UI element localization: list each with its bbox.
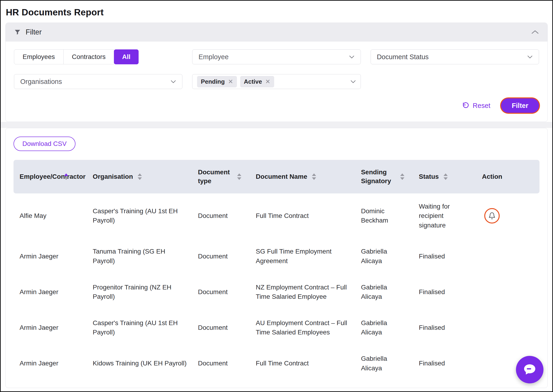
cell-status: Finalised	[419, 360, 445, 367]
chevron-down-icon	[350, 80, 356, 84]
cell-sending-signatory: Dominic Beckham	[361, 207, 388, 224]
cell-document-type: Document	[198, 324, 228, 331]
cell-document-type: Document	[198, 212, 228, 219]
cell-sending-signatory: Gabriella Alicaya	[361, 319, 387, 336]
cell-sending-signatory: Gabriella Alicaya	[361, 284, 387, 301]
employee-select[interactable]: Employee	[192, 49, 361, 64]
cell-document-name: Full Time Contract	[256, 360, 309, 367]
document-status-select[interactable]: Document Status	[371, 49, 539, 64]
tag-pending: Pending ✕	[197, 76, 237, 87]
cell-organisation: Kidows Training (UK EH Payroll)	[93, 360, 187, 367]
cell-document-type: Document	[198, 360, 228, 367]
cell-organisation: Progenitor Training (NZ EH Payroll)	[93, 284, 172, 301]
table-row: Alfie May Casper's Training (AU 1st EH P…	[14, 193, 539, 239]
title-bar: HR Documents Report	[1, 1, 552, 23]
cell-sending-signatory: Gabriella Alicaya	[361, 355, 387, 372]
chat-launcher-button[interactable]	[516, 356, 543, 383]
segment-contractors[interactable]: Contractors	[63, 49, 114, 64]
column-header-organisation[interactable]: Organisation	[87, 160, 192, 193]
column-header-status[interactable]: Status	[413, 160, 476, 193]
documents-table: Employee/Contractor Organisation Documen…	[14, 160, 539, 381]
cell-document-name: Full Time Contract	[256, 212, 309, 219]
cell-document-name: SG Full Time Employment Agreement	[256, 248, 332, 265]
cell-sending-signatory: Gabriella Alicaya	[361, 248, 387, 265]
cell-organisation: Casper's Training (AU 1st EH Payroll)	[93, 319, 178, 336]
cell-status: Finalised	[419, 253, 445, 260]
bell-icon	[488, 212, 496, 220]
chevron-down-icon	[527, 55, 533, 59]
chat-icon	[523, 362, 537, 377]
sort-icon[interactable]	[312, 173, 316, 180]
cell-status: Finalised	[419, 288, 445, 295]
sort-icon[interactable]	[400, 173, 404, 180]
cell-status: Finalised	[419, 324, 445, 331]
employee-select-placeholder: Employee	[199, 53, 228, 61]
cell-organisation: Tanuma Training (SG EH Payroll)	[93, 248, 165, 265]
cell-document-name: NZ Employment Contract – Full Time Salar…	[256, 284, 347, 301]
download-csv-button[interactable]: Download CSV	[14, 137, 76, 151]
cell-employee: Armin Jaeger	[20, 360, 58, 367]
section-divider	[1, 122, 552, 128]
table-row: Armin Jaeger Tanuma Training (SG EH Payr…	[14, 238, 539, 274]
sort-icon[interactable]	[138, 173, 142, 180]
table-row: Armin Jaeger Progenitor Training (NZ EH …	[14, 274, 539, 310]
filter-panel: Filter Employees Contractors All Employe…	[5, 23, 548, 122]
remove-tag-icon[interactable]: ✕	[265, 78, 270, 84]
cell-document-type: Document	[198, 253, 228, 260]
cell-employee: Armin Jaeger	[20, 288, 58, 295]
cell-employee: Armin Jaeger	[20, 324, 58, 331]
collapse-chevron-icon[interactable]	[531, 30, 539, 35]
table-row: Armin Jaeger Kidows Training (UK EH Payr…	[14, 346, 539, 381]
tag-label: Pending	[201, 78, 225, 85]
cell-employee: Armin Jaeger	[20, 253, 58, 260]
segment-all[interactable]: All	[114, 49, 138, 64]
chevron-down-icon	[171, 80, 176, 84]
page-title: HR Documents Report	[6, 7, 547, 17]
column-header-document-name[interactable]: Document Name	[250, 160, 355, 193]
organisations-placeholder: Organisations	[20, 78, 62, 85]
cell-employee: Alfie May	[20, 212, 46, 219]
column-header-employee[interactable]: Employee/Contractor	[14, 160, 87, 193]
notify-bell-button[interactable]	[484, 208, 500, 224]
table-row: Armin Jaeger Casper's Training (AU 1st E…	[14, 310, 539, 346]
document-status-placeholder: Document Status	[377, 53, 429, 61]
reset-icon	[462, 102, 469, 109]
column-header-sending-signatory[interactable]: Sending Signatory	[355, 160, 413, 193]
filter-panel-body: Employees Contractors All Employee Docum…	[6, 42, 547, 122]
segmented-control: Employees Contractors All	[14, 49, 182, 64]
column-header-action: Action	[476, 160, 539, 193]
documents-report-card: Download CSV Employee/Contractor Organis…	[5, 128, 548, 388]
column-header-document-type[interactable]: Document type	[192, 160, 250, 193]
reset-button[interactable]: Reset	[462, 102, 490, 110]
status-multiselect[interactable]: Pending ✕ Active ✕	[192, 74, 361, 89]
sort-icon[interactable]	[443, 173, 448, 180]
cell-status: Waiting for recipient signature	[419, 203, 450, 229]
filter-panel-header[interactable]: Filter	[6, 23, 547, 42]
funnel-filter-icon	[14, 29, 21, 36]
sort-icon[interactable]	[237, 173, 241, 180]
filter-submit-button[interactable]: Filter	[501, 98, 539, 113]
filter-panel-title: Filter	[26, 28, 42, 36]
chevron-down-icon	[349, 55, 354, 59]
remove-tag-icon[interactable]: ✕	[228, 78, 233, 84]
cell-document-type: Document	[198, 288, 228, 295]
table-header-row: Employee/Contractor Organisation Documen…	[14, 160, 539, 193]
organisations-select[interactable]: Organisations	[14, 74, 182, 89]
reset-label: Reset	[473, 102, 490, 110]
segment-employees[interactable]: Employees	[14, 49, 64, 64]
sort-icon[interactable]	[64, 173, 68, 180]
tag-label: Active	[244, 78, 262, 85]
cell-document-name: AU Employment Contract – Full Time Salar…	[256, 319, 347, 336]
cell-organisation: Casper's Training (AU 1st EH Payroll)	[93, 207, 178, 224]
tag-active: Active ✕	[240, 76, 274, 87]
